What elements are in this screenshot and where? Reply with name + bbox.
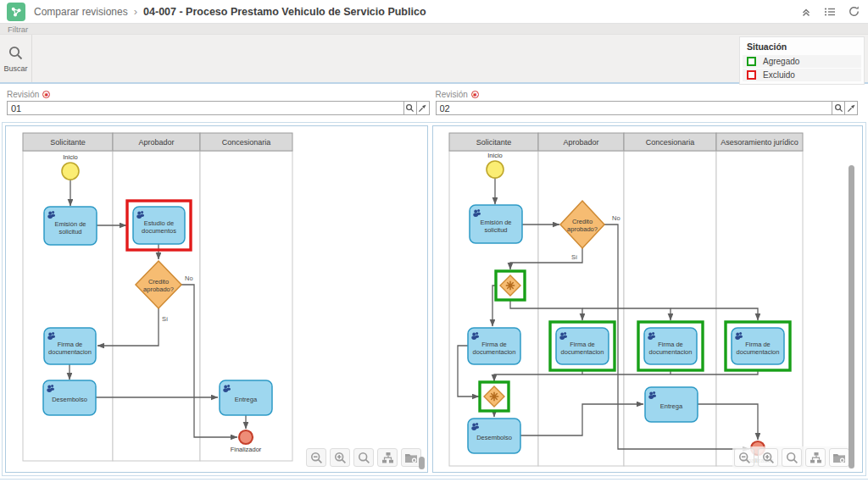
top-bar: Comparar revisiones › 04-007 - Proceso P… xyxy=(0,0,868,24)
zoom-out-icon[interactable] xyxy=(306,448,326,467)
revision-input-left[interactable] xyxy=(7,101,404,115)
collapse-icon[interactable] xyxy=(798,4,814,19)
diagram-fit-icon[interactable] xyxy=(805,448,826,467)
task-desembolso: Desembolso xyxy=(468,419,520,453)
diagram-label: Firma de xyxy=(570,341,595,348)
revision-lookup-icon[interactable] xyxy=(404,101,417,115)
required-icon xyxy=(42,91,50,98)
list-view-icon[interactable] xyxy=(822,4,837,19)
diagram-toolbar xyxy=(732,446,851,469)
task-estudio-de-documentos: Estudio dedocumentos xyxy=(127,201,191,250)
diagram-label: solicitud xyxy=(484,226,507,234)
diagram-label: Emisión de xyxy=(54,220,86,228)
task-desembolso: Desembolso xyxy=(43,380,96,415)
comparison-container: SolicitanteAprobadorConcesionariaNoSíIni… xyxy=(2,122,866,476)
breadcrumb[interactable]: Comparar revisiones xyxy=(34,6,128,18)
diagram-toolbar xyxy=(304,446,423,469)
diagram-label: Credito xyxy=(572,218,593,225)
diagram-label: documentacion xyxy=(561,348,604,356)
diagram-canvas-left[interactable]: SolicitanteAprobadorConcesionariaNoSíIni… xyxy=(5,125,428,473)
legend-item-label: Agregado xyxy=(763,57,799,66)
revision-label: Revisión xyxy=(436,89,859,100)
revision-field-right: Revisión xyxy=(436,89,859,115)
zoom-reset-icon[interactable] xyxy=(353,448,374,467)
diagram-label: documentacion xyxy=(737,348,780,356)
diagram-label: documentacion xyxy=(48,348,92,356)
start-inicio: Inicio xyxy=(487,152,504,178)
complex-gateway-star-icon xyxy=(490,392,498,401)
diagram-label: Solicitante xyxy=(476,138,512,147)
diagram-label: Solicitante xyxy=(50,138,86,147)
page-title: 04-007 - Proceso Prestamo Vehiculo de Se… xyxy=(143,6,426,18)
legend-item-excluido: Excluido xyxy=(743,69,861,81)
legend-item-label: Excluido xyxy=(763,70,795,80)
filter-tab[interactable]: Filtrar xyxy=(0,24,868,35)
task-firma-de-documentacion: Firma dedocumentacion xyxy=(44,328,96,364)
lane-asesoramiento-jur-dico: Asesoramiento jurídico xyxy=(716,133,803,466)
diagram-label: Credito xyxy=(148,278,169,286)
diagram-label: Firma de xyxy=(481,341,507,348)
search-button-label: Buscar xyxy=(3,64,27,73)
revision-row: Revisión Revisión xyxy=(0,84,868,120)
diagram-label: documentacion xyxy=(649,348,693,356)
start-inicio: Inicio xyxy=(62,153,79,180)
diagram-label: No xyxy=(612,214,620,222)
diagram-fit-icon[interactable] xyxy=(377,448,398,467)
diagram-label: Sí xyxy=(162,315,169,323)
refresh-icon[interactable] xyxy=(846,4,861,19)
search-icon xyxy=(8,45,24,63)
revision-field-left: Revisión xyxy=(7,89,430,115)
diagram-label: Inicio xyxy=(63,153,78,161)
diagram-label: Desembolso xyxy=(52,396,87,403)
breadcrumb-separator-icon: › xyxy=(134,5,137,18)
diagram-label: Emisión de xyxy=(480,219,511,226)
legend-title: Situación xyxy=(743,40,861,54)
search-button[interactable]: Buscar xyxy=(0,35,32,82)
added-swatch-icon xyxy=(747,57,756,66)
task-firma-de-documentacion: Firma dedocumentacion xyxy=(550,322,615,370)
diagram-label: Firma de xyxy=(745,341,771,348)
diagram-label: aprobado? xyxy=(567,225,598,233)
revision-lookup-icon[interactable] xyxy=(832,101,845,115)
diagram-canvas-right[interactable]: SolicitanteAprobadorConcesionariaAsesora… xyxy=(432,125,863,473)
zoom-out-icon[interactable] xyxy=(734,448,754,467)
gateway-parallel xyxy=(480,382,509,411)
diagram-label: Finalizador xyxy=(231,446,262,453)
diagram-label: Desembolso xyxy=(476,434,512,441)
zoom-in-icon[interactable] xyxy=(330,448,350,467)
diagram-label: Firma de xyxy=(58,341,83,348)
header-actions xyxy=(798,4,861,19)
complex-gateway-star-icon xyxy=(506,281,515,290)
diagram-label: Entrega xyxy=(235,396,258,403)
revision-input-right[interactable] xyxy=(436,101,833,115)
zoom-in-icon[interactable] xyxy=(758,448,778,467)
bpmn-diagram: SolicitanteAprobadorConcesionariaNoSíIni… xyxy=(6,126,427,472)
gateway-parallel xyxy=(496,271,525,300)
excluded-swatch-icon xyxy=(747,70,756,80)
zoom-reset-icon[interactable] xyxy=(782,448,802,467)
diagram-label: aprobado? xyxy=(143,286,174,293)
vertical-scrollbar[interactable] xyxy=(419,457,425,469)
filter-bar: Filtrar Buscar Situación Agregado Exclui… xyxy=(0,24,868,84)
legend-item-agregado: Agregado xyxy=(743,55,861,68)
task-entrega: Entrega xyxy=(220,380,272,415)
diagram-label: No xyxy=(185,274,193,282)
diagram-label: documentacion xyxy=(473,348,516,356)
task-firma-de-documentacion: Firma dedocumentacion xyxy=(726,322,790,370)
diagram-label: documentos xyxy=(142,227,176,235)
diagram-label: Aprobador xyxy=(563,138,598,147)
task-firma-de-documentacion: Firma dedocumentacion xyxy=(468,328,520,364)
vertical-scrollbar[interactable] xyxy=(849,165,854,469)
diagram-label: Concesionaria xyxy=(646,138,695,147)
situation-legend: Situación Agregado Excluido xyxy=(739,36,865,85)
folder-settings-icon[interactable] xyxy=(829,448,849,467)
diagram-label: Asesoramiento jurídico xyxy=(721,138,798,147)
revision-clear-icon[interactable] xyxy=(845,101,858,115)
diagram-label: Estudio de xyxy=(144,219,174,227)
diagram-label: solicitud xyxy=(58,228,81,236)
diagram-label: Sí xyxy=(571,253,578,261)
diagram-label: Concesionaria xyxy=(222,138,271,147)
lane-aprobador: Aprobador xyxy=(538,133,624,466)
revision-clear-icon[interactable] xyxy=(417,101,430,115)
task-entrega: Entrega xyxy=(645,387,698,422)
